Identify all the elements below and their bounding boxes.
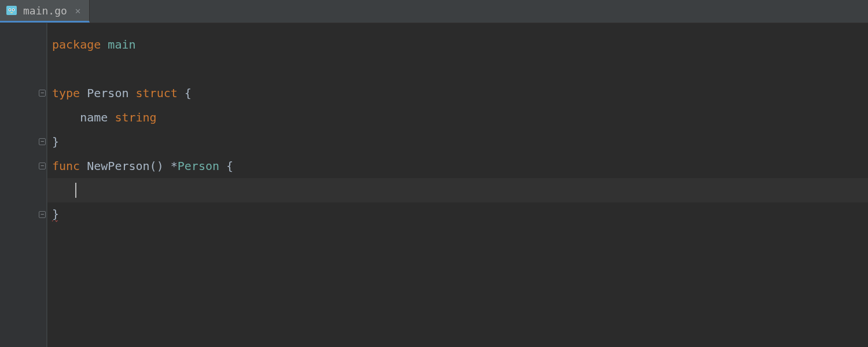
close-tab-icon[interactable]: ✕ xyxy=(75,5,81,16)
code-token: Person xyxy=(178,159,219,173)
code-token xyxy=(80,159,87,173)
code-token: main xyxy=(108,38,135,51)
svg-point-3 xyxy=(9,9,10,10)
code-token: Person xyxy=(87,86,128,100)
code-token xyxy=(80,86,87,100)
gutter xyxy=(0,23,47,347)
code-token: string xyxy=(115,110,156,124)
fold-toggle-icon[interactable] xyxy=(38,89,46,97)
code-token: type xyxy=(52,86,80,100)
code-line[interactable]: package main xyxy=(47,32,868,57)
code-token: { xyxy=(178,86,192,100)
code-token: struct xyxy=(136,86,178,100)
code-token xyxy=(108,110,115,124)
code-token: } xyxy=(52,207,59,222)
code-line[interactable]: type Person struct { xyxy=(47,81,868,105)
fold-toggle-icon[interactable] xyxy=(38,138,46,146)
code-token xyxy=(101,38,108,51)
code-line[interactable]: } xyxy=(47,130,868,154)
code-line[interactable]: } xyxy=(47,202,868,227)
editor-tab-main-go[interactable]: main.go ✕ xyxy=(0,0,90,23)
code-token: { xyxy=(219,159,233,173)
tab-bar: main.go ✕ xyxy=(0,0,868,23)
svg-rect-0 xyxy=(6,6,17,15)
code-line[interactable] xyxy=(47,178,868,202)
editor-tab-label: main.go xyxy=(23,5,67,17)
code-token: package xyxy=(52,38,101,51)
code-line[interactable] xyxy=(47,57,868,81)
code-token: name xyxy=(80,110,108,124)
svg-rect-5 xyxy=(10,12,13,13)
code-token: func xyxy=(52,159,80,173)
text-caret xyxy=(75,183,76,198)
code-line[interactable]: func NewPerson() *Person { xyxy=(47,154,868,178)
svg-point-4 xyxy=(13,9,14,10)
code-token: } xyxy=(52,135,59,149)
fold-toggle-icon[interactable] xyxy=(38,162,46,170)
code-line[interactable]: name string xyxy=(47,105,868,130)
editor-area: package maintype Person struct { name st… xyxy=(0,23,868,347)
code-token: NewPerson xyxy=(87,159,149,173)
fold-toggle-icon[interactable] xyxy=(38,211,46,219)
go-file-icon xyxy=(6,5,17,16)
code-token xyxy=(128,86,135,100)
code-token: () * xyxy=(150,159,178,173)
code-editor[interactable]: package maintype Person struct { name st… xyxy=(47,23,868,347)
